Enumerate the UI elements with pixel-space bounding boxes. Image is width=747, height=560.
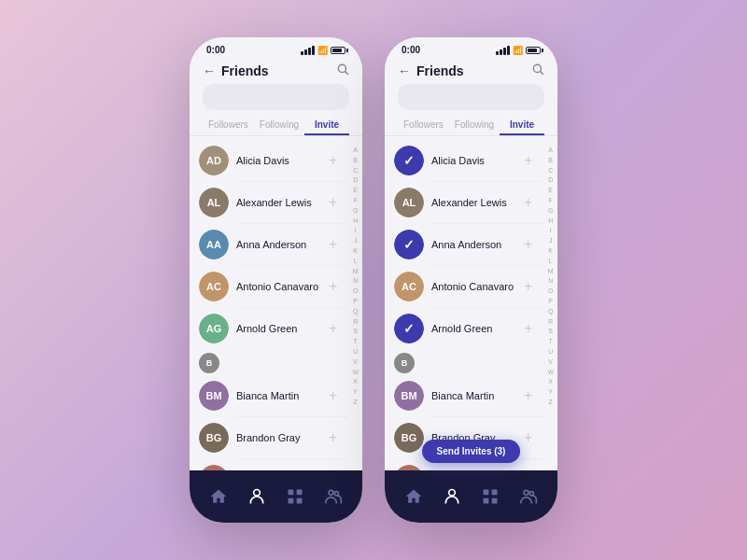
add-contact-button[interactable]: +: [524, 152, 532, 169]
nav-friends[interactable]: [435, 483, 469, 510]
alpha-f[interactable]: F: [354, 196, 358, 205]
alpha-i[interactable]: I: [550, 226, 552, 235]
alpha-m[interactable]: M: [548, 267, 554, 276]
alpha-r[interactable]: R: [353, 317, 358, 327]
add-contact-button[interactable]: +: [524, 429, 532, 446]
alpha-a[interactable]: A: [353, 146, 358, 155]
contact-row[interactable]: ✓Arnold Green+: [385, 308, 543, 349]
search-icon[interactable]: [531, 63, 544, 78]
alpha-v[interactable]: V: [548, 357, 553, 367]
contact-row[interactable]: BMBianca Martin+: [190, 375, 348, 416]
alpha-k[interactable]: K: [353, 246, 358, 256]
alpha-d[interactable]: D: [548, 175, 553, 185]
alpha-t[interactable]: T: [354, 337, 358, 346]
add-contact-button[interactable]: +: [524, 236, 532, 253]
contact-row[interactable]: BSBrooke Simmons+: [190, 459, 348, 470]
alpha-x[interactable]: X: [353, 377, 358, 386]
add-contact-button[interactable]: +: [329, 278, 337, 295]
alpha-g[interactable]: G: [548, 206, 553, 216]
back-button[interactable]: ←: [398, 63, 411, 78]
add-contact-button[interactable]: +: [329, 429, 337, 446]
back-button[interactable]: ←: [203, 63, 216, 78]
alpha-l[interactable]: L: [549, 257, 553, 266]
alpha-n[interactable]: N: [548, 276, 553, 286]
nav-home[interactable]: [202, 483, 235, 510]
add-contact-button[interactable]: +: [329, 152, 337, 169]
alpha-k[interactable]: K: [548, 246, 553, 256]
alpha-n[interactable]: N: [353, 276, 358, 286]
tab-invite[interactable]: Invite: [500, 116, 544, 135]
alpha-m[interactable]: M: [353, 267, 359, 276]
alpha-s[interactable]: S: [353, 327, 358, 336]
contact-row[interactable]: ACAntonio Canavaro+: [190, 266, 348, 307]
contact-row[interactable]: ALAlexander Lewis+: [190, 182, 348, 223]
alpha-t[interactable]: T: [549, 337, 553, 346]
contact-row[interactable]: BMBianca Martin+: [385, 375, 543, 416]
add-contact-button[interactable]: +: [524, 320, 532, 337]
alpha-h[interactable]: H: [353, 217, 358, 226]
alpha-q[interactable]: Q: [353, 307, 358, 316]
alpha-w[interactable]: W: [352, 368, 359, 377]
alpha-w[interactable]: W: [547, 368, 554, 377]
alpha-y[interactable]: Y: [548, 387, 553, 397]
tab-followers[interactable]: Followers: [398, 116, 449, 135]
alpha-y[interactable]: Y: [353, 387, 358, 397]
contact-row[interactable]: ADAlicia Davis+: [190, 140, 348, 181]
contact-row[interactable]: BGBrandon Gray+: [190, 417, 348, 458]
contact-row[interactable]: ACAntonio Canavaro+: [385, 266, 543, 307]
alpha-x[interactable]: X: [548, 377, 553, 386]
add-contact-button[interactable]: +: [329, 320, 337, 337]
alpha-d[interactable]: D: [353, 175, 358, 185]
alpha-o[interactable]: O: [353, 287, 358, 296]
alpha-b[interactable]: B: [353, 156, 358, 165]
alpha-b[interactable]: B: [548, 156, 553, 165]
tab-following[interactable]: Following: [449, 116, 500, 135]
alpha-a[interactable]: A: [548, 146, 553, 155]
search-bar[interactable]: [398, 84, 544, 110]
search-icon[interactable]: [336, 63, 349, 78]
contact-row[interactable]: AGArnold Green+: [190, 308, 348, 349]
alpha-u[interactable]: U: [548, 347, 553, 357]
alpha-r[interactable]: R: [548, 317, 553, 327]
nav-grid[interactable]: [473, 483, 507, 510]
alpha-g[interactable]: G: [353, 206, 358, 216]
add-contact-button[interactable]: +: [524, 387, 532, 404]
search-bar[interactable]: [203, 84, 349, 110]
alpha-c[interactable]: C: [548, 166, 553, 175]
alpha-z[interactable]: Z: [549, 398, 553, 407]
contact-row[interactable]: ALAlexander Lewis+: [385, 182, 543, 223]
alpha-l[interactable]: L: [354, 257, 358, 266]
add-contact-button[interactable]: +: [524, 278, 532, 295]
alpha-e[interactable]: E: [548, 186, 553, 195]
tab-invite[interactable]: Invite: [304, 116, 349, 135]
alpha-o[interactable]: O: [548, 287, 553, 296]
nav-friends[interactable]: [240, 483, 274, 510]
contact-row[interactable]: AAAnna Anderson+: [190, 224, 348, 265]
alpha-c[interactable]: C: [353, 166, 358, 175]
alpha-s[interactable]: S: [548, 327, 553, 336]
add-contact-button[interactable]: +: [329, 387, 337, 404]
alpha-e[interactable]: E: [353, 186, 358, 195]
alpha-p[interactable]: P: [353, 297, 358, 306]
alpha-u[interactable]: U: [353, 347, 358, 357]
contact-row[interactable]: ✓Alicia Davis+: [385, 140, 543, 181]
alpha-j[interactable]: J: [549, 236, 553, 245]
nav-home[interactable]: [397, 483, 430, 510]
nav-groups[interactable]: [512, 483, 545, 510]
alpha-h[interactable]: H: [548, 217, 553, 226]
alpha-q[interactable]: Q: [548, 307, 553, 316]
add-contact-button[interactable]: +: [329, 236, 337, 253]
alpha-z[interactable]: Z: [354, 398, 358, 407]
contact-row[interactable]: ✓Anna Anderson+: [385, 224, 543, 265]
tab-followers[interactable]: Followers: [203, 116, 254, 135]
alpha-v[interactable]: V: [353, 357, 358, 367]
alpha-p[interactable]: P: [548, 297, 553, 306]
send-invites-button[interactable]: Send Invites (3): [422, 440, 521, 463]
alpha-j[interactable]: J: [354, 236, 358, 245]
add-contact-button[interactable]: +: [524, 194, 532, 211]
add-contact-button[interactable]: +: [329, 194, 337, 211]
nav-grid[interactable]: [278, 483, 312, 510]
alpha-f[interactable]: F: [549, 196, 553, 205]
alpha-i[interactable]: I: [355, 226, 357, 235]
tab-following[interactable]: Following: [254, 116, 304, 135]
